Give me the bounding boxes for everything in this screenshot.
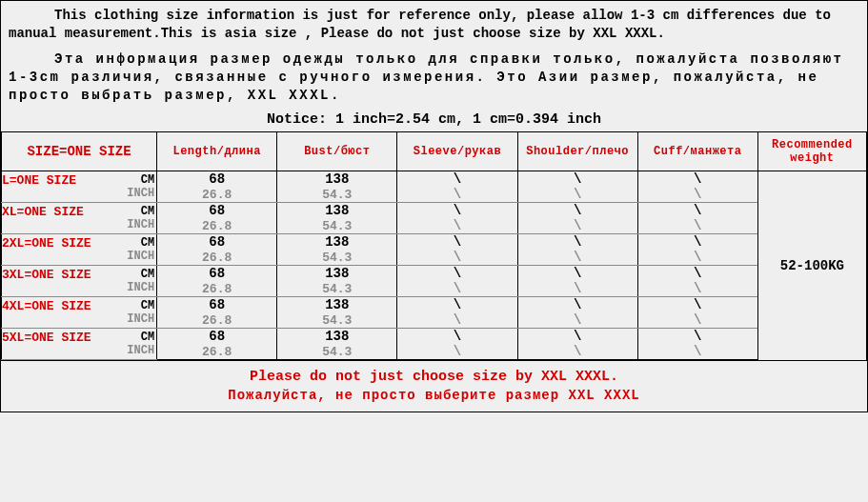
table-row: XL=ONE SIZECMINCH68138\\\ bbox=[2, 203, 867, 219]
shoulder-cm: \ bbox=[517, 171, 637, 188]
cuff-cm: \ bbox=[637, 234, 757, 251]
cuff-cm: \ bbox=[637, 171, 757, 188]
shoulder-cm: \ bbox=[517, 297, 637, 313]
footer-en: Please do not just choose size by XXL XX… bbox=[1, 367, 867, 387]
sleeve-inch: \ bbox=[397, 344, 517, 360]
shoulder-inch: \ bbox=[517, 344, 637, 360]
length-cm: 68 bbox=[157, 297, 277, 313]
size-cell: 2XL=ONE SIZECMINCH bbox=[2, 234, 157, 266]
sleeve-cm: \ bbox=[397, 297, 517, 313]
shoulder-cm: \ bbox=[517, 234, 637, 251]
length-cm: 68 bbox=[157, 203, 277, 219]
shoulder-inch: \ bbox=[517, 218, 637, 234]
cuff-inch: \ bbox=[637, 312, 757, 329]
shoulder-cm: \ bbox=[517, 203, 637, 219]
bust-cm: 138 bbox=[277, 203, 397, 219]
unit-inch: INCH bbox=[112, 250, 158, 263]
cuff-cm: \ bbox=[637, 266, 757, 282]
sleeve-cm: \ bbox=[397, 171, 517, 188]
table-row: 5XL=ONE SIZECMINCH68138\\\ bbox=[2, 329, 867, 345]
unit-stack: CMINCH bbox=[112, 171, 156, 202]
info-en: This clothing size information is just f… bbox=[9, 7, 859, 43]
size-label: 5XL=ONE SIZE bbox=[2, 329, 112, 359]
cuff-cm: \ bbox=[637, 329, 757, 345]
size-cell: 3XL=ONE SIZECMINCH bbox=[2, 266, 157, 297]
unit-inch: INCH bbox=[112, 344, 158, 357]
size-cell: 4XL=ONE SIZECMINCH bbox=[2, 297, 157, 329]
header-size: SIZE=ONE SIZE bbox=[2, 132, 157, 171]
table-body: L=ONE SIZECMINCH68138\\\52-100KG26.854.3… bbox=[2, 171, 867, 360]
length-inch: 26.8 bbox=[157, 344, 277, 360]
bust-inch: 54.3 bbox=[277, 187, 397, 203]
size-label: 2XL=ONE SIZE bbox=[2, 234, 112, 265]
unit-stack: CMINCH bbox=[112, 234, 156, 265]
length-cm: 68 bbox=[157, 171, 277, 188]
shoulder-inch: \ bbox=[517, 187, 637, 203]
footer-block: Please do not just choose size by XXL XX… bbox=[1, 360, 867, 412]
unit-cm: CM bbox=[112, 236, 158, 250]
size-label: XL=ONE SIZE bbox=[2, 203, 112, 233]
sleeve-cm: \ bbox=[397, 329, 517, 345]
sleeve-inch: \ bbox=[397, 187, 517, 203]
size-label: 4XL=ONE SIZE bbox=[2, 297, 112, 328]
unit-inch: INCH bbox=[112, 187, 158, 200]
info-ru: Эта информация размер одежды только для … bbox=[9, 50, 859, 105]
header-shoulder: Shoulder/плечо bbox=[517, 132, 637, 171]
sleeve-inch: \ bbox=[397, 281, 517, 297]
notice-text: Notice: 1 inch=2.54 cm, 1 cm=0.394 inch bbox=[1, 110, 867, 131]
length-inch: 26.8 bbox=[157, 312, 277, 329]
cuff-inch: \ bbox=[637, 250, 757, 266]
bust-cm: 138 bbox=[277, 234, 397, 251]
sleeve-inch: \ bbox=[397, 312, 517, 329]
cuff-inch: \ bbox=[637, 187, 757, 203]
length-inch: 26.8 bbox=[157, 187, 277, 203]
size-table: SIZE=ONE SIZE Length/длина Bust/бюст Sle… bbox=[1, 131, 867, 360]
size-cell: XL=ONE SIZECMINCH bbox=[2, 203, 157, 234]
info-block: This clothing size information is just f… bbox=[1, 1, 867, 110]
size-label: 3XL=ONE SIZE bbox=[2, 266, 112, 296]
shoulder-inch: \ bbox=[517, 250, 637, 266]
cuff-cm: \ bbox=[637, 203, 757, 219]
unit-cm: CM bbox=[112, 299, 158, 312]
unit-inch: INCH bbox=[112, 218, 158, 231]
length-cm: 68 bbox=[157, 234, 277, 251]
table-row: 2XL=ONE SIZECMINCH68138\\\ bbox=[2, 234, 867, 251]
bust-cm: 138 bbox=[277, 171, 397, 188]
header-weight: Recommended weight bbox=[757, 132, 866, 171]
unit-stack: CMINCH bbox=[112, 297, 156, 328]
table-header-row: SIZE=ONE SIZE Length/длина Bust/бюст Sle… bbox=[2, 132, 867, 171]
bust-inch: 54.3 bbox=[277, 344, 397, 360]
unit-cm: CM bbox=[112, 268, 158, 281]
footer-ru: Пожалуйста, не просто выберите размер XX… bbox=[1, 387, 867, 406]
unit-stack: CMINCH bbox=[112, 329, 156, 359]
sleeve-cm: \ bbox=[397, 203, 517, 219]
length-inch: 26.8 bbox=[157, 281, 277, 297]
weight-cell: 52-100KG bbox=[757, 171, 866, 360]
size-cell: L=ONE SIZECMINCH bbox=[2, 171, 157, 203]
bust-inch: 54.3 bbox=[277, 250, 397, 266]
unit-cm: CM bbox=[112, 173, 158, 187]
length-cm: 68 bbox=[157, 266, 277, 282]
cuff-inch: \ bbox=[637, 281, 757, 297]
table-row: 3XL=ONE SIZECMINCH68138\\\ bbox=[2, 266, 867, 282]
bust-inch: 54.3 bbox=[277, 281, 397, 297]
bust-cm: 138 bbox=[277, 266, 397, 282]
cuff-inch: \ bbox=[637, 218, 757, 234]
sleeve-inch: \ bbox=[397, 250, 517, 266]
bust-inch: 54.3 bbox=[277, 218, 397, 234]
bust-cm: 138 bbox=[277, 329, 397, 345]
unit-cm: CM bbox=[112, 331, 158, 344]
header-cuff: Cuff/манжета bbox=[637, 132, 757, 171]
length-cm: 68 bbox=[157, 329, 277, 345]
sleeve-inch: \ bbox=[397, 218, 517, 234]
size-cell: 5XL=ONE SIZECMINCH bbox=[2, 329, 157, 360]
bust-inch: 54.3 bbox=[277, 312, 397, 329]
unit-stack: CMINCH bbox=[112, 203, 156, 233]
size-label: L=ONE SIZE bbox=[2, 171, 112, 202]
header-length: Length/длина bbox=[157, 132, 277, 171]
header-sleeve: Sleeve/рукав bbox=[397, 132, 517, 171]
table-row: L=ONE SIZECMINCH68138\\\52-100KG bbox=[2, 171, 867, 188]
bust-cm: 138 bbox=[277, 297, 397, 313]
sleeve-cm: \ bbox=[397, 266, 517, 282]
unit-inch: INCH bbox=[112, 312, 158, 326]
